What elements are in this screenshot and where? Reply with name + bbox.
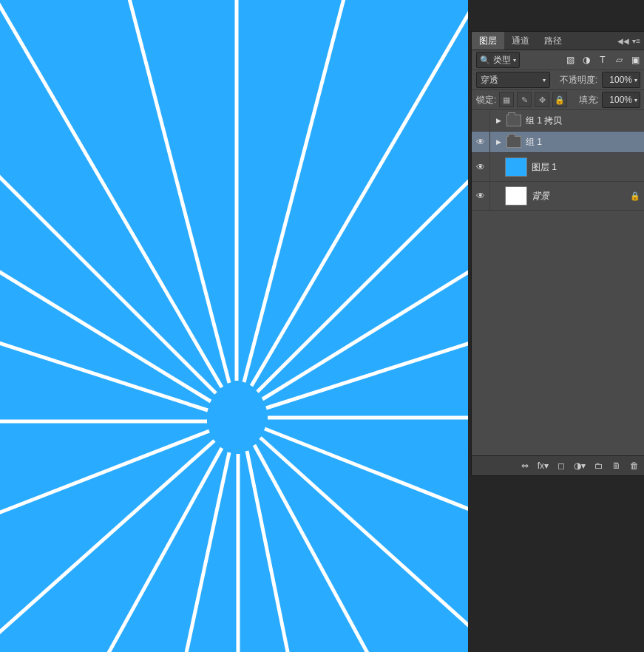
filter-kind-label: 类型 (493, 54, 511, 67)
chevron-down-icon: ▾ (513, 57, 516, 64)
layer-name[interactable]: 背景 (532, 190, 626, 203)
blend-opacity-row: 穿透 ▾ 不透明度: 100% ▾ (472, 70, 644, 90)
tab-paths-label: 路径 (544, 35, 562, 47)
visibility-toggle[interactable]: 👁 (472, 110, 490, 131)
filter-adjust-icon[interactable]: ◑ (581, 55, 592, 65)
filter-type-icon[interactable]: T (597, 55, 608, 65)
layer-name[interactable]: 组 1 (526, 136, 640, 149)
search-icon: 🔍 (480, 55, 490, 65)
chevron-down-icon: ▾ (543, 77, 546, 84)
opacity-input[interactable]: 100% ▾ (602, 72, 640, 88)
filter-pixel-icon[interactable]: ▧ (565, 55, 575, 65)
lock-fill-row: 锁定: ▦ ✎ ✥ 🔒 填充: 100% ▾ (472, 90, 644, 110)
lock-icon[interactable]: 🔒 (630, 191, 640, 201)
panel-menu-icon[interactable]: ▾≡ (632, 37, 640, 45)
layers-panel-footer: ⇔ fx▾ ◻ ◑▾ 🗀 🗎 🗑 (472, 455, 644, 475)
visibility-toggle[interactable]: 👁 (472, 182, 490, 210)
filter-kind-select[interactable]: 🔍 类型 ▾ (476, 52, 520, 68)
layer-thumbnail[interactable] (505, 186, 527, 206)
layer-fx-icon[interactable]: fx▾ (538, 461, 549, 471)
group-thumbnail-icon (506, 115, 521, 126)
new-adjustment-icon[interactable]: ◑▾ (574, 461, 586, 471)
panel-dock-empty (471, 476, 644, 652)
document-canvas[interactable] (0, 0, 468, 652)
layers-list: 👁 ▶ 组 1 拷贝 👁 ▶ 组 1 👁 图层 1 (472, 110, 644, 455)
lock-position-icon[interactable]: ✥ (535, 92, 549, 107)
new-layer-icon[interactable]: 🗎 (612, 461, 621, 471)
fill-label: 填充: (579, 94, 599, 106)
visibility-toggle[interactable]: 👁 (472, 132, 490, 152)
layer-filter-row: 🔍 类型 ▾ ▧ ◑ T ▱ ▣ (472, 50, 644, 70)
fill-value: 100% (609, 95, 632, 105)
tab-paths[interactable]: 路径 (537, 32, 569, 50)
layer-row-group-copy[interactable]: 👁 ▶ 组 1 拷贝 (472, 110, 644, 132)
new-group-icon[interactable]: 🗀 (594, 461, 603, 471)
chevron-down-icon: ▾ (634, 77, 637, 84)
layers-panel: 图层 通道 路径 ◀◀ ▾≡ 🔍 类型 ▾ (471, 31, 644, 476)
add-mask-icon[interactable]: ◻ (557, 461, 565, 471)
blend-mode-select[interactable]: 穿透 ▾ (476, 72, 550, 88)
fill-input[interactable]: 100% ▾ (602, 92, 640, 108)
group-thumbnail-icon (506, 136, 521, 148)
disclosure-triangle-icon[interactable]: ▶ (495, 138, 502, 146)
panel-header: 图层 通道 路径 ◀◀ ▾≡ (472, 32, 644, 50)
panel-dock-gap (471, 0, 644, 31)
tab-channels-label: 通道 (512, 35, 529, 47)
tab-channels[interactable]: 通道 (504, 32, 537, 50)
filter-smart-icon[interactable]: ▣ (630, 55, 640, 65)
opacity-label: 不透明度: (560, 74, 597, 86)
lock-all-icon[interactable]: 🔒 (552, 92, 567, 107)
link-layers-icon[interactable]: ⇔ (521, 461, 529, 471)
collapse-left-icon[interactable]: ◀◀ (617, 37, 629, 45)
lock-label: 锁定: (476, 94, 496, 106)
layer-thumbnail[interactable] (505, 157, 527, 177)
layer-row-layer-1[interactable]: 👁 图层 1 (472, 153, 644, 182)
filter-shape-icon[interactable]: ▱ (614, 55, 624, 65)
layer-row-group-1[interactable]: 👁 ▶ 组 1 (472, 132, 644, 153)
delete-layer-icon[interactable]: 🗑 (630, 461, 639, 471)
blend-mode-value: 穿透 (481, 74, 498, 86)
layer-name[interactable]: 图层 1 (532, 161, 640, 174)
chevron-down-icon: ▾ (634, 97, 637, 103)
sunburst-artwork (0, 0, 468, 652)
tab-layers[interactable]: 图层 (472, 32, 504, 50)
lock-image-icon[interactable]: ✎ (517, 92, 532, 107)
canvas-area (0, 0, 471, 652)
opacity-value: 100% (609, 75, 632, 85)
svg-rect-0 (0, 0, 468, 652)
layer-name[interactable]: 组 1 拷贝 (526, 115, 640, 127)
tab-layers-label: 图层 (479, 35, 497, 47)
layer-row-background[interactable]: 👁 背景 🔒 (472, 182, 644, 211)
disclosure-triangle-icon[interactable]: ▶ (495, 117, 502, 124)
lock-transparent-icon[interactable]: ▦ (499, 92, 514, 107)
visibility-toggle[interactable]: 👁 (472, 153, 490, 181)
